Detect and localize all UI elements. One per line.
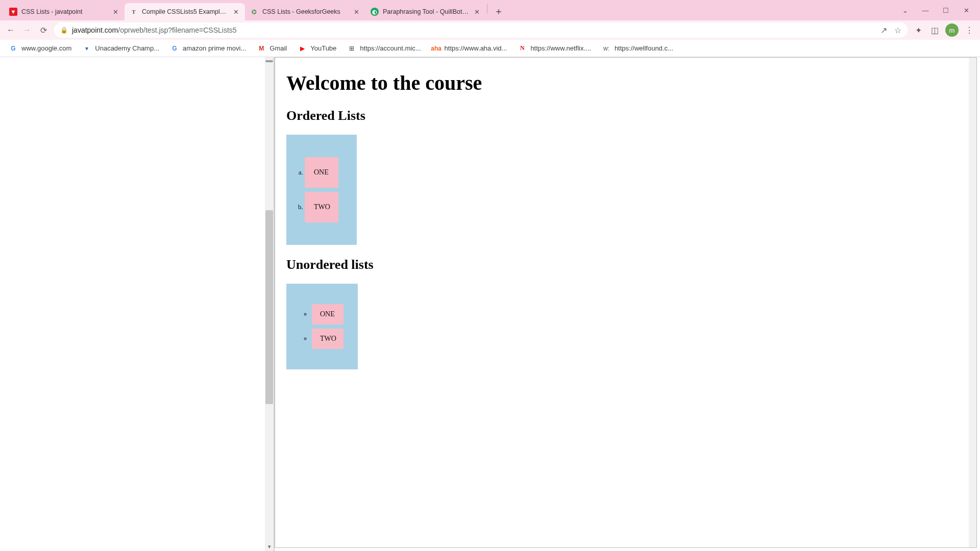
back-button[interactable]: ← <box>5 24 16 36</box>
new-tab-button[interactable]: ＋ <box>492 4 506 18</box>
favicon-gfg: ⌬ <box>250 8 258 16</box>
tab-title: CSS Lists - javatpoint <box>21 8 107 15</box>
bookmark-gmail[interactable]: MGmail <box>257 44 287 53</box>
bookmark-unacademy[interactable]: ▾Unacademy Champ... <box>83 44 159 53</box>
close-window-icon[interactable]: ✕ <box>961 7 972 14</box>
tab-geeksforgeeks[interactable]: ⌬ CSS Lists - GeeksforGeeks ✕ <box>245 3 365 20</box>
reload-button[interactable]: ⟳ <box>38 24 49 36</box>
address-bar[interactable]: 🔒 javatpoint.com/oprweb/test.jsp?filenam… <box>54 22 908 38</box>
page-viewport: ▾ Welcome to the course Ordered Lists ON… <box>0 57 980 551</box>
browser-toolbar: ← → ⟳ 🔒 javatpoint.com/oprweb/test.jsp?f… <box>0 20 980 40</box>
page-title: Welcome to the course <box>286 71 965 95</box>
unordered-list: ONE TWO <box>296 304 344 349</box>
ordered-list: ONE TWO <box>296 157 338 222</box>
bookmark-label: Unacademy Champ... <box>95 44 159 52</box>
close-tab-icon[interactable]: ✕ <box>352 8 360 16</box>
youtube-icon: ▶ <box>298 44 306 53</box>
aha-icon: aha <box>432 44 440 53</box>
bookmark-label: https://www.aha.vid... <box>445 44 507 52</box>
bookmark-star-icon[interactable]: ☆ <box>894 26 901 35</box>
forward-button[interactable]: → <box>21 24 33 36</box>
bookmark-label: https://wellfound.c... <box>615 44 673 52</box>
favicon-quillbot: ◐ <box>371 8 379 16</box>
list-item: ONE <box>312 304 344 324</box>
share-icon[interactable]: ↗ <box>880 26 887 35</box>
microsoft-icon: ⊞ <box>348 44 356 53</box>
bookmark-wellfound[interactable]: w:https://wellfound.c... <box>602 44 673 53</box>
preview-scrollbar[interactable] <box>969 58 976 547</box>
lock-icon: 🔒 <box>60 27 68 34</box>
tab-title: Compile CSSLists5 Example: Edit… <box>142 8 228 15</box>
gmail-icon: M <box>257 44 265 53</box>
netflix-icon: N <box>518 44 526 53</box>
chrome-menu-icon[interactable]: ⋮ <box>964 24 975 36</box>
google-icon: G <box>170 44 179 53</box>
bookmark-label: www.google.com <box>21 44 71 52</box>
bookmark-label: amazon prime movi... <box>183 44 246 52</box>
browser-tabstrip: ▼ CSS Lists - javatpoint ✕ T Compile CSS… <box>0 0 980 20</box>
list-item: TWO <box>312 329 344 349</box>
editor-scrollbar[interactable]: ▾ <box>265 57 274 551</box>
wellfound-icon: w: <box>602 44 610 53</box>
close-tab-icon[interactable]: ✕ <box>232 8 240 16</box>
maximize-icon[interactable]: ☐ <box>940 7 951 14</box>
window-controls: ⌄ — ☐ ✕ <box>899 0 977 20</box>
scroll-down-icon[interactable]: ▾ <box>265 542 274 551</box>
close-tab-icon[interactable]: ✕ <box>473 8 481 16</box>
bookmark-aha[interactable]: ahahttps://www.aha.vid... <box>432 44 507 53</box>
tab-javatpoint[interactable]: ▼ CSS Lists - javatpoint ✕ <box>4 3 125 20</box>
bookmark-label: Gmail <box>270 44 287 52</box>
tab-separator <box>487 4 487 14</box>
extensions-icon[interactable]: ✦ <box>913 24 924 36</box>
section-heading-unordered: Unordered lists <box>286 257 965 272</box>
bookmark-label: https://www.netflix.... <box>530 44 591 52</box>
bookmark-google[interactable]: Gwww.google.com <box>9 44 71 53</box>
bookmark-account-mic[interactable]: ⊞https://account.mic... <box>348 44 421 53</box>
bookmark-amazon-prime[interactable]: Gamazon prime movi... <box>170 44 246 53</box>
unordered-list-box: ONE TWO <box>286 284 358 369</box>
tab-title: CSS Lists - GeeksforGeeks <box>262 8 348 15</box>
bookmark-label: https://account.mic... <box>360 44 421 52</box>
profile-avatar[interactable]: m <box>945 23 959 37</box>
favicon-javatpoint: ▼ <box>9 8 17 16</box>
list-item: ONE <box>305 157 338 188</box>
url-host: javatpoint.com/oprweb/test.jsp?filename=… <box>72 26 237 34</box>
sidepanel-icon[interactable]: ◫ <box>929 24 940 36</box>
favicon-text: T <box>130 8 138 16</box>
section-heading-ordered: Ordered Lists <box>286 108 965 123</box>
close-tab-icon[interactable]: ✕ <box>111 8 119 16</box>
tab-compile-example[interactable]: T Compile CSSLists5 Example: Edit… ✕ <box>125 3 245 20</box>
bookmark-netflix[interactable]: Nhttps://www.netflix.... <box>518 44 591 53</box>
preview-pane: Welcome to the course Ordered Lists ONE … <box>275 57 977 548</box>
bookmark-youtube[interactable]: ▶YouTube <box>298 44 336 53</box>
ordered-list-box: ONE TWO <box>286 135 357 245</box>
list-item: TWO <box>305 192 338 222</box>
bookmarks-bar: Gwww.google.com ▾Unacademy Champ... Gama… <box>0 40 980 57</box>
unacademy-icon: ▾ <box>83 44 91 53</box>
tab-title: Paraphrasing Tool - QuillBot AI <box>383 8 469 15</box>
tab-quillbot[interactable]: ◐ Paraphrasing Tool - QuillBot AI ✕ <box>365 3 486 20</box>
minimize-icon[interactable]: — <box>920 7 931 14</box>
google-icon: G <box>9 44 17 53</box>
tab-search-icon[interactable]: ⌄ <box>899 7 911 14</box>
code-editor-pane[interactable]: ▾ <box>0 57 275 551</box>
bookmark-label: YouTube <box>310 44 336 52</box>
